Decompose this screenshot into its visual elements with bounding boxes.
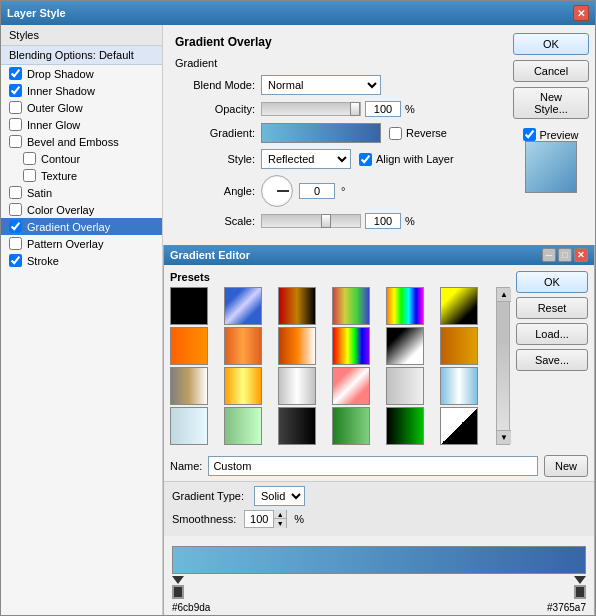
texture-checkbox[interactable] xyxy=(23,169,36,182)
color-left-label: #6cb9da xyxy=(172,602,210,613)
ok-button[interactable]: OK xyxy=(513,33,589,55)
drop-shadow-checkbox[interactable] xyxy=(9,67,22,80)
preset-item[interactable] xyxy=(332,287,370,325)
blend-mode-select[interactable]: Normal xyxy=(261,75,381,95)
ge-reset-button[interactable]: Reset xyxy=(516,297,588,319)
opacity-input[interactable] xyxy=(365,101,401,117)
reverse-checkbox[interactable] xyxy=(389,127,402,140)
scroll-track[interactable] xyxy=(497,302,509,430)
preset-item[interactable] xyxy=(386,287,424,325)
angle-dial[interactable] xyxy=(261,175,293,207)
preset-item[interactable] xyxy=(278,407,316,445)
texture-label: Texture xyxy=(41,170,77,182)
inner-glow-checkbox[interactable] xyxy=(9,118,22,131)
top-section: Gradient Overlay Gradient Blend Mode: No… xyxy=(163,25,595,245)
scale-slider[interactable] xyxy=(261,214,361,228)
layer-item-contour[interactable]: Contour xyxy=(1,150,162,167)
outer-glow-checkbox[interactable] xyxy=(9,101,22,114)
preset-item[interactable] xyxy=(332,407,370,445)
preset-item[interactable] xyxy=(386,407,424,445)
angle-row: Angle: ° xyxy=(175,175,495,207)
new-style-button[interactable]: New Style... xyxy=(513,87,589,119)
stop-marker-left[interactable] xyxy=(172,576,184,584)
bevel-emboss-checkbox[interactable] xyxy=(9,135,22,148)
preset-item[interactable] xyxy=(170,367,208,405)
smoothness-input[interactable] xyxy=(245,513,273,525)
preset-item[interactable] xyxy=(440,327,478,365)
scale-input[interactable] xyxy=(365,213,401,229)
ge-minimize-button[interactable]: ─ xyxy=(542,248,556,262)
pattern-overlay-checkbox[interactable] xyxy=(9,237,22,250)
preset-item[interactable] xyxy=(440,287,478,325)
stop-color-left[interactable] xyxy=(172,585,184,599)
preset-item[interactable] xyxy=(386,327,424,365)
contour-checkbox[interactable] xyxy=(23,152,36,165)
layer-item-satin[interactable]: Satin xyxy=(1,184,162,201)
blend-mode-row: Blend Mode: Normal xyxy=(175,75,495,95)
preview-area: Preview xyxy=(513,128,589,193)
preset-item[interactable] xyxy=(332,367,370,405)
stop-color-right[interactable] xyxy=(574,585,586,599)
align-with-layer-checkbox[interactable] xyxy=(359,153,372,166)
gradient-overlay-label: Gradient Overlay xyxy=(27,221,110,233)
cancel-button[interactable]: Cancel xyxy=(513,60,589,82)
preset-item[interactable] xyxy=(278,327,316,365)
preset-item[interactable] xyxy=(224,367,262,405)
gradient-preview[interactable] xyxy=(261,123,381,143)
layer-item-inner-shadow[interactable]: Inner Shadow xyxy=(1,82,162,99)
ge-save-button[interactable]: Save... xyxy=(516,349,588,371)
layer-item-pattern-overlay[interactable]: Pattern Overlay xyxy=(1,235,162,252)
preset-item[interactable] xyxy=(440,367,478,405)
inner-shadow-checkbox[interactable] xyxy=(9,84,22,97)
color-right-label: #3765a7 xyxy=(547,602,586,613)
gradient-editor-title: Gradient Editor xyxy=(170,249,250,261)
opacity-slider[interactable] xyxy=(261,102,361,116)
preset-item[interactable] xyxy=(170,407,208,445)
ge-ok-button[interactable]: OK xyxy=(516,271,588,293)
preset-item[interactable] xyxy=(440,407,478,445)
preset-item[interactable] xyxy=(224,287,262,325)
close-button[interactable]: ✕ xyxy=(573,5,589,21)
satin-checkbox[interactable] xyxy=(9,186,22,199)
preset-item[interactable] xyxy=(224,407,262,445)
layer-item-gradient-overlay[interactable]: Gradient Overlay xyxy=(1,218,162,235)
layer-item-drop-shadow[interactable]: Drop Shadow xyxy=(1,65,162,82)
gradient-overlay-checkbox[interactable] xyxy=(9,220,22,233)
layer-item-color-overlay[interactable]: Color Overlay xyxy=(1,201,162,218)
window-title: Layer Style xyxy=(7,7,66,19)
presets-grid-container: ▲ ▼ xyxy=(170,287,510,445)
styles-header: Styles xyxy=(1,25,162,46)
stop-marker-right[interactable] xyxy=(574,576,586,584)
preset-item[interactable] xyxy=(224,327,262,365)
gradient-label: Gradient: xyxy=(175,127,255,139)
layer-item-stroke[interactable]: Stroke xyxy=(1,252,162,269)
gradient-type-select[interactable]: Solid xyxy=(254,486,305,506)
scroll-down-button[interactable]: ▼ xyxy=(497,430,511,444)
ge-load-button[interactable]: Load... xyxy=(516,323,588,345)
preset-item[interactable] xyxy=(278,367,316,405)
preset-item[interactable] xyxy=(386,367,424,405)
color-overlay-checkbox[interactable] xyxy=(9,203,22,216)
layer-item-texture[interactable]: Texture xyxy=(1,167,162,184)
preset-item[interactable] xyxy=(332,327,370,365)
ge-close-button[interactable]: ✕ xyxy=(574,248,588,262)
stroke-checkbox[interactable] xyxy=(9,254,22,267)
preset-item[interactable] xyxy=(170,327,208,365)
new-gradient-button[interactable]: New xyxy=(544,455,588,477)
gradient-bar[interactable] xyxy=(172,546,586,574)
smoothness-up-arrow[interactable]: ▲ xyxy=(274,510,286,519)
style-select[interactable]: Reflected xyxy=(261,149,351,169)
scroll-up-button[interactable]: ▲ xyxy=(497,288,511,302)
name-input[interactable] xyxy=(208,456,538,476)
layer-item-inner-glow[interactable]: Inner Glow xyxy=(1,116,162,133)
right-panel: Gradient Overlay Gradient Blend Mode: No… xyxy=(163,25,595,615)
blending-options-item[interactable]: Blending Options: Default xyxy=(1,46,162,65)
layer-item-outer-glow[interactable]: Outer Glow xyxy=(1,99,162,116)
preview-checkbox[interactable] xyxy=(523,128,536,141)
ge-maximize-button[interactable]: □ xyxy=(558,248,572,262)
layer-item-bevel-emboss[interactable]: Bevel and Emboss xyxy=(1,133,162,150)
preset-item[interactable] xyxy=(278,287,316,325)
preset-item[interactable] xyxy=(170,287,208,325)
smoothness-down-arrow[interactable]: ▼ xyxy=(274,519,286,528)
angle-input[interactable] xyxy=(299,183,335,199)
